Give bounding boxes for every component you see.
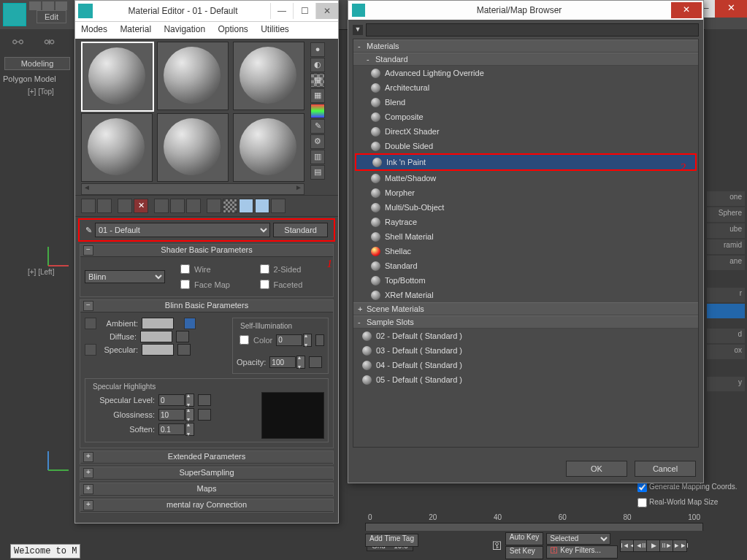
close-button[interactable]: ✕ [315, 3, 338, 19]
material-item[interactable]: Morpher [353, 185, 698, 200]
add-time-tag-button[interactable]: Add Time Tag [365, 534, 418, 547]
show-map-icon[interactable] [223, 199, 237, 213]
material-item[interactable]: Top/Bottom [353, 273, 698, 288]
material-type-button[interactable]: Standard [273, 223, 328, 237]
opacity-map-button[interactable] [309, 356, 322, 368]
sample-slot-item[interactable]: 04 - Default ( Standard ) [353, 358, 698, 372]
put-to-library-icon[interactable] [186, 199, 201, 213]
make-unique-icon[interactable] [170, 199, 185, 213]
browser-titlebar[interactable]: Material/Map Browser ✕ [348, 1, 703, 20]
browser-search-input[interactable] [366, 23, 699, 37]
options-icon[interactable]: ⚙ [310, 134, 325, 149]
material-item[interactable]: Composite [353, 110, 698, 124]
materials-group-header[interactable]: -Materials [353, 39, 698, 53]
material-item[interactable]: Shellac [353, 244, 698, 258]
preview-icon[interactable]: ✎ [310, 119, 325, 134]
face-map-checkbox[interactable]: Face Map [177, 277, 250, 291]
backlight-icon[interactable]: ◐ [310, 58, 325, 72]
shader-type-select[interactable]: Blinn [85, 270, 165, 283]
material-item[interactable]: Shell Material [353, 229, 698, 244]
material-item[interactable]: Blend [353, 95, 698, 110]
minimize-button[interactable]: — [270, 3, 293, 19]
selfillum-color-checkbox[interactable]: Color [237, 333, 272, 347]
material-editor-titlebar[interactable]: Material Editor - 01 - Default — ☐ ✕ [75, 1, 338, 22]
menu-material[interactable]: Material [120, 24, 151, 34]
ok-button[interactable]: OK [566, 461, 627, 477]
ad-lock-icon[interactable] [184, 318, 196, 329]
ambient-swatch[interactable] [142, 318, 174, 329]
material-id-icon[interactable] [207, 199, 221, 213]
mtl-id-icon[interactable]: ▤ [310, 165, 325, 180]
material-item[interactable]: Multi/Sub-Object [353, 200, 698, 215]
video-check-icon[interactable] [310, 104, 325, 118]
sample-slot-1[interactable] [81, 42, 154, 112]
soften-spinner[interactable] [158, 423, 194, 436]
sample-slot-item[interactable]: 05 - Default ( Standard ) [353, 372, 698, 387]
sample-sphere-icon[interactable]: ● [310, 42, 325, 57]
specular-swatch[interactable] [142, 344, 174, 356]
show-end-result-icon[interactable] [239, 199, 253, 213]
wire-checkbox[interactable]: Wire [177, 262, 250, 276]
key-filters-button[interactable]: ⚿Key Filters... [546, 545, 618, 559]
selfillum-map-button[interactable] [315, 334, 324, 346]
sample-slot-item[interactable]: 03 - Default ( Standard ) [353, 343, 698, 358]
timeline[interactable]: 0 20 40 60 80 100 [365, 513, 703, 532]
material-item[interactable]: Standard [353, 258, 698, 273]
material-item[interactable]: DirectX Shader [353, 124, 698, 139]
app-close-button[interactable]: ✕ [715, 0, 747, 18]
select-by-mtl-icon[interactable]: ▥ [310, 150, 325, 164]
rollout-header[interactable]: −Shader Basic Parameters [80, 245, 333, 257]
sample-slot-3[interactable] [233, 42, 304, 110]
unlink-icon[interactable]: ⚮ [39, 32, 59, 53]
diffuse-map-button[interactable] [176, 331, 189, 342]
material-item[interactable]: Advanced Lighting Override [353, 66, 698, 80]
material-item[interactable]: Double Sided [353, 139, 698, 153]
material-item[interactable]: Raytrace [353, 215, 698, 229]
spec-level-map-button[interactable] [198, 394, 211, 406]
ambient-lock-icon[interactable] [85, 318, 96, 329]
glossiness-spinner[interactable] [158, 408, 194, 421]
autokey-button[interactable]: Auto Key [505, 532, 544, 545]
link-icon[interactable]: ⚯ [7, 32, 28, 53]
material-item[interactable]: Ink 'n Paint [355, 153, 697, 171]
setkey-button[interactable]: Set Key [505, 546, 544, 559]
material-item[interactable]: Matte/Shadow [353, 171, 698, 185]
opacity-spinner[interactable] [269, 356, 305, 369]
gloss-map-button[interactable] [198, 409, 211, 421]
menu-modes[interactable]: Modes [81, 24, 107, 34]
modeling-tab[interactable]: Modeling [4, 57, 70, 70]
two-sided-checkbox[interactable]: 2-Sided [257, 262, 329, 276]
specular-map-button[interactable] [177, 344, 191, 356]
diffuse-swatch[interactable] [140, 331, 172, 342]
sample-slot-item[interactable]: 02 - Default ( Standard ) [353, 329, 698, 343]
app-logo[interactable] [3, 3, 26, 26]
make-copy-icon[interactable] [154, 199, 169, 213]
viewport-top-label[interactable]: [+] [Top] [0, 85, 74, 97]
pick-material-icon[interactable]: ✎ [85, 226, 92, 235]
assign-material-icon[interactable] [118, 199, 132, 213]
sample-slot-4[interactable] [81, 113, 153, 182]
faceted-checkbox[interactable]: Faceted [257, 277, 329, 291]
material-name-select[interactable]: 01 - Default [95, 223, 270, 237]
selfillum-spinner[interactable] [276, 334, 312, 347]
cancel-button[interactable]: Cancel [635, 461, 696, 477]
go-forward-icon[interactable] [271, 199, 286, 213]
standard-group-header[interactable]: -Standard [353, 53, 698, 66]
go-parent-icon[interactable] [255, 199, 269, 213]
background-icon[interactable]: ▦ [310, 73, 325, 88]
key-icon[interactable]: ⚿ [492, 540, 502, 551]
material-item[interactable]: XRef Material [353, 288, 698, 302]
put-material-icon[interactable] [97, 199, 112, 213]
menu-utilities[interactable]: Utilities [261, 24, 289, 34]
slot-scrollbar[interactable] [81, 183, 304, 195]
sample-slot-5[interactable] [157, 113, 229, 182]
browser-options-icon[interactable]: ▼ [353, 25, 363, 35]
sample-uv-icon[interactable]: ▦ [310, 88, 325, 103]
close-button[interactable]: ✕ [671, 2, 702, 18]
scene-materials-header[interactable]: +Scene Materials [353, 302, 698, 315]
menu-navigation[interactable]: Navigation [164, 24, 205, 34]
key-mode-select[interactable]: Selected [546, 533, 610, 545]
ds-lock-icon[interactable] [85, 344, 96, 356]
sample-slots-header[interactable]: -Sample Slots [353, 315, 698, 329]
edit-menu[interactable]: Edit [37, 10, 66, 23]
